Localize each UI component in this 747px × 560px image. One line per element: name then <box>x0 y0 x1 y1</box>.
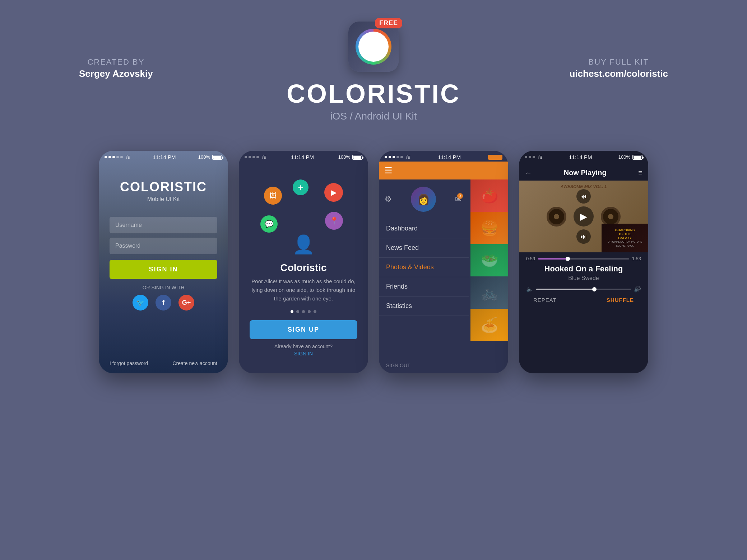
dot3-1 <box>385 156 387 158</box>
phone-music: ≋ 11:14 PM 100% ← Now Playing ≡ AWESOME … <box>519 151 648 373</box>
header: CREATED BY Sergey Azovskiy C FREE COLORI… <box>14 22 733 122</box>
status-bar-4: ≋ 11:14 PM 100% <box>519 151 648 163</box>
artist-name: Blue Swede <box>526 275 641 281</box>
app-icon-wrapper: C FREE <box>348 22 399 72</box>
wifi-icon-2: ≋ <box>262 154 266 160</box>
photo-burger: 🍔 <box>470 212 508 244</box>
repeat-label[interactable]: REPEAT <box>533 297 557 303</box>
twitter-button[interactable]: 🐦 <box>133 295 148 311</box>
status-bar-1: ≋ 11:14 PM 100% <box>99 151 228 163</box>
status-time-1: 11:14 PM <box>153 154 176 160</box>
menu-item-statistics[interactable]: Statistics <box>379 297 469 316</box>
login-content: COLORISTIC Mobile UI Kit SIGN IN OR SING… <box>99 151 228 373</box>
signal-dots-2: ≋ <box>245 154 266 160</box>
signal-dots-3: ≋ <box>385 154 410 160</box>
menu-item-newsfeed[interactable]: News Feed <box>379 238 469 258</box>
free-badge: FREE <box>375 18 402 28</box>
time-bar: 0:59 1:53 <box>526 256 641 261</box>
battery-area-1: 100% <box>198 154 222 160</box>
password-input[interactable] <box>110 238 217 254</box>
play-button[interactable]: ▶ <box>574 206 594 227</box>
photo-salad: 🥗 <box>470 244 508 276</box>
battery-icon-1 <box>212 155 222 160</box>
volume-low-icon: 🔈 <box>526 286 533 293</box>
app-title: COLORISTIC <box>287 79 460 108</box>
login-footer: I forgot password Create new account <box>110 357 217 366</box>
phone-onboard-wrapper: ≋ 11:14 PM 100% 🖼 + ▶ 💬 📍 👤 Coloristic <box>239 151 368 373</box>
forward-button[interactable]: ⏭ <box>576 229 591 244</box>
dot-2 <box>296 310 299 313</box>
username-input[interactable] <box>110 217 217 233</box>
dot2-1 <box>245 156 247 158</box>
menu-item-friends[interactable]: Friends <box>379 277 469 297</box>
dot4 <box>116 156 119 158</box>
created-by-label: CREATED BY <box>79 57 153 67</box>
onboard-content: 🖼 + ▶ 💬 📍 👤 Coloristic Poor Alice! It wa… <box>239 151 368 373</box>
sign-in-button[interactable]: SIGN IN <box>110 260 217 279</box>
dot4-2 <box>529 156 531 158</box>
status-time-3: 11:14 PM <box>438 154 461 160</box>
avatar-image: 👩 <box>411 187 436 212</box>
menu-item-dashboard[interactable]: Dashboard <box>379 219 469 238</box>
volume-thumb <box>592 287 597 291</box>
reel-inner-left <box>554 214 559 219</box>
menu-icon[interactable]: ≡ <box>638 169 642 177</box>
login-app-title: COLORISTIC <box>120 179 207 195</box>
battery-pct-1: 100% <box>198 154 210 160</box>
creator-name: Sergey Azovskiy <box>79 68 153 79</box>
photo-pasta: 🍝 <box>470 309 508 341</box>
photo-tomato: 🍅 <box>470 179 508 212</box>
cassette-reel-left <box>547 207 566 227</box>
reel-inner-right <box>608 214 613 219</box>
dot2-3 <box>252 156 255 158</box>
photo-strips: 🍅 🍔 🥗 🚲 🍝 <box>470 179 508 341</box>
dot2 <box>108 156 111 158</box>
progress-fill <box>538 258 570 260</box>
progress-thumb <box>566 257 570 261</box>
chat-bubble: 💬 <box>260 215 278 233</box>
volume-track[interactable] <box>536 289 631 290</box>
dot4-1 <box>525 156 527 158</box>
sign-out-button[interactable]: SIGN OUT <box>386 363 410 368</box>
back-icon[interactable]: ← <box>525 169 532 177</box>
cassette-label: AWESOME MIX VOL. 1 <box>561 184 607 189</box>
plus-bubble: + <box>293 179 308 195</box>
phone-login: ≋ 11:14 PM 100% COLORISTIC Mobile UI Kit… <box>99 151 228 373</box>
signup-button[interactable]: SIGN UP <box>250 320 357 339</box>
dot3-3 <box>393 156 395 158</box>
login-app-sub: Mobile UI Kit <box>147 196 180 202</box>
google-button[interactable]: G+ <box>178 295 194 311</box>
creator-section: CREATED BY Sergey Azovskiy <box>79 57 153 79</box>
phone-onboard: ≋ 11:14 PM 100% 🖼 + ▶ 💬 📍 👤 Coloristic <box>239 151 368 373</box>
phone-music-wrapper: ≋ 11:14 PM 100% ← Now Playing ≡ AWESOME … <box>519 151 648 373</box>
photo-bike: 🚲 <box>470 276 508 309</box>
dot3-4 <box>396 156 399 158</box>
create-account-link[interactable]: Create new account <box>172 360 217 366</box>
rewind-button[interactable]: ⏮ <box>576 189 591 204</box>
hamburger-icon[interactable]: ☰ <box>385 165 393 176</box>
status-bar-2: ≋ 11:14 PM 100% <box>239 151 368 163</box>
wifi-icon-3: ≋ <box>406 154 410 160</box>
song-title: Hooked On a Feeling <box>526 264 641 274</box>
menu-item-photos[interactable]: Photos & Videos <box>379 258 469 277</box>
onboard-title: Coloristic <box>280 262 326 274</box>
signal-dots-4: ≋ <box>525 154 543 160</box>
shuffle-label[interactable]: SHUFFLE <box>607 297 634 303</box>
music-footer: REPEAT SHUFFLE <box>526 293 641 303</box>
total-time: 1:53 <box>632 256 641 261</box>
sign-in-link[interactable]: SIGN IN <box>294 351 313 356</box>
app-icon-letter: C <box>365 35 382 58</box>
onboard-dots <box>291 310 316 313</box>
phone-login-wrapper: ≋ 11:14 PM 100% COLORISTIC Mobile UI Kit… <box>99 151 228 373</box>
gear-icon[interactable]: ⚙ <box>385 195 392 204</box>
photo-bubble: 🖼 <box>264 187 282 205</box>
facebook-button[interactable]: f <box>156 295 171 311</box>
mail-icon-wrapper[interactable]: ✉ 3 <box>455 195 461 204</box>
video-bubble: ▶ <box>324 183 343 202</box>
forgot-password-link[interactable]: I forgot password <box>110 360 148 366</box>
cassette-center: ⏮ ▶ ⏭ <box>574 189 594 244</box>
progress-track[interactable] <box>538 258 629 260</box>
battery-area-3 <box>488 155 502 160</box>
album-art: AWESOME MIX VOL. 1 ⏮ ▶ ⏭ G <box>519 181 648 252</box>
volume-bar: 🔈 🔊 <box>526 286 641 293</box>
